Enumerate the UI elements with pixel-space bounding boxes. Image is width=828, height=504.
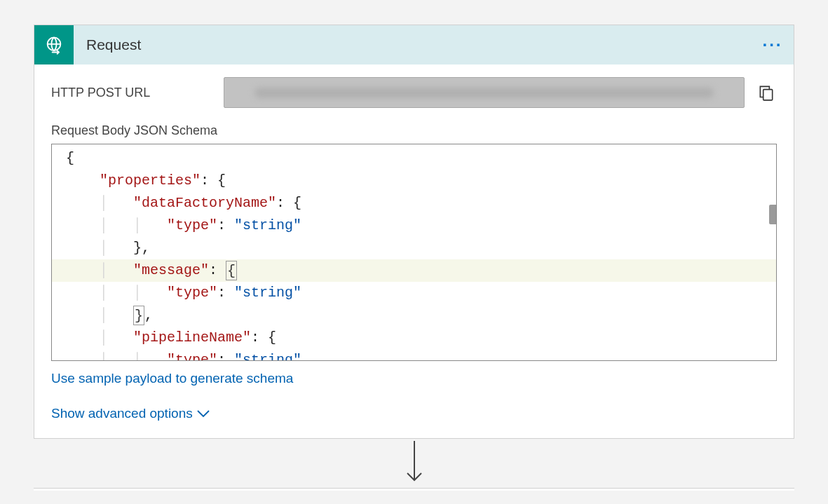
redacted-url <box>254 88 714 98</box>
show-advanced-options-link[interactable]: Show advanced options <box>51 406 210 421</box>
svg-rect-1 <box>763 90 773 100</box>
flow-connector-arrow <box>34 439 794 488</box>
more-menu-button[interactable]: ··· <box>752 25 794 64</box>
schema-editor[interactable]: { "properties": { │ "dataFactoryName": {… <box>51 144 777 361</box>
request-card: Request ··· HTTP POST URL Request Body J… <box>34 25 794 439</box>
code-line: │ "dataFactoryName": { <box>52 192 776 214</box>
http-post-url-field[interactable] <box>224 77 745 108</box>
use-sample-payload-link[interactable]: Use sample payload to generate schema <box>51 371 293 386</box>
code-line: "properties": { <box>52 170 776 192</box>
code-line: │ │ "type": "string" <box>52 214 776 237</box>
card-header: Request ··· <box>34 25 794 64</box>
scrollbar-thumb[interactable] <box>769 205 777 224</box>
code-line: │ │ "type": "string" <box>52 282 776 304</box>
request-globe-icon <box>34 25 74 64</box>
card-title[interactable]: Request <box>74 25 752 64</box>
code-line: { <box>52 147 776 170</box>
advanced-options-label: Show advanced options <box>51 406 193 421</box>
http-url-row: HTTP POST URL <box>51 77 777 108</box>
code-line: │ }, <box>52 237 776 259</box>
next-card-edge <box>34 488 794 491</box>
copy-icon <box>757 83 775 102</box>
code-line: │ "message": { <box>52 259 776 282</box>
chevron-down-icon <box>197 406 210 421</box>
code-line: │ │ "type": "string" <box>52 349 776 361</box>
code-line: │ }, <box>52 304 776 327</box>
copy-url-button[interactable] <box>756 77 777 108</box>
schema-label: Request Body JSON Schema <box>51 123 777 138</box>
card-body: HTTP POST URL Request Body JSON Schema {… <box>34 64 794 438</box>
http-post-url-label: HTTP POST URL <box>51 86 212 100</box>
code-line: │ "pipelineName": { <box>52 327 776 349</box>
